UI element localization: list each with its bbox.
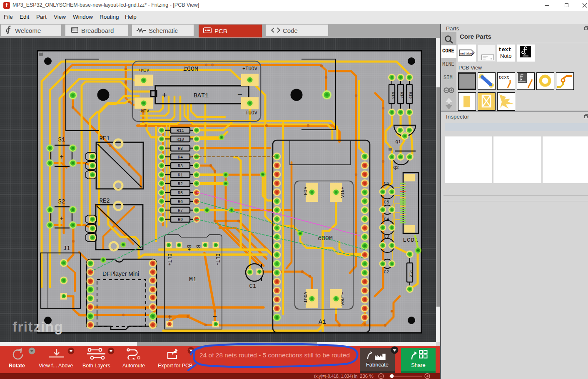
svg-text:R8: R8: [178, 146, 183, 151]
svg-text:OUT-: OUT-: [214, 254, 220, 266]
svg-text:R12: R12: [409, 270, 413, 277]
svg-text:R13: R13: [391, 92, 395, 99]
svg-text:MOD5: MOD5: [318, 235, 333, 242]
svg-text:C5: C5: [384, 200, 389, 205]
svg-text:VIN+: VIN+: [138, 68, 149, 73]
svg-text:C6: C6: [384, 181, 389, 186]
svg-text:C4: C4: [384, 217, 389, 222]
svg-text:fritzing: fritzing: [12, 319, 63, 334]
svg-text:B+: B+: [186, 245, 192, 251]
svg-text:R4: R4: [178, 155, 183, 160]
svg-text:C3: C3: [384, 234, 389, 239]
svg-text:R5: R5: [178, 191, 183, 196]
svg-text:J1: J1: [63, 245, 70, 252]
svg-text:Q2: Q2: [393, 165, 399, 170]
svg-text:BAT1: BAT1: [194, 92, 209, 99]
svg-text:C2: C2: [384, 270, 389, 275]
svg-text:R2: R2: [178, 182, 183, 186]
svg-text:-TUOV: -TUOV: [242, 110, 258, 116]
svg-text:−: −: [213, 312, 217, 321]
svg-text:MOD1: MOD1: [183, 66, 198, 73]
svg-text:A1: A1: [319, 319, 326, 326]
svg-text:RE1: RE1: [99, 135, 110, 142]
svg-text:S1: S1: [58, 136, 65, 143]
svg-text:+: +: [60, 215, 64, 223]
svg-text:R14: R14: [399, 92, 404, 99]
svg-text:+: +: [168, 313, 172, 322]
svg-text:VOUT+: VOUT+: [340, 292, 345, 305]
svg-text:R11: R11: [177, 129, 184, 133]
svg-text:+: +: [60, 154, 64, 161]
svg-text:R7: R7: [178, 208, 183, 213]
svg-text:VIN-: VIN-: [303, 187, 308, 198]
svg-text:+: +: [162, 91, 167, 101]
svg-text:net label: net label: [460, 52, 473, 55]
svg-text:+TUOV: +TUOV: [242, 66, 258, 72]
svg-text:text: text: [498, 75, 509, 80]
svg-text:RE2: RE2: [99, 198, 110, 204]
svg-text:S2: S2: [58, 198, 65, 205]
svg-text:OUT+: OUT+: [166, 254, 172, 266]
svg-text:R3: R3: [178, 164, 183, 168]
svg-text:C1: C1: [249, 283, 257, 290]
svg-text:R10: R10: [177, 137, 184, 142]
svg-text:DFPlayer Mini: DFPlayer Mini: [102, 270, 139, 277]
svg-text:R15: R15: [408, 92, 412, 99]
svg-text:R6: R6: [178, 200, 183, 204]
svg-text:R9: R9: [178, 218, 183, 222]
svg-text:VIN−: VIN−: [138, 109, 149, 114]
svg-text:B-: B-: [195, 245, 201, 251]
svg-text:VIN+: VIN+: [340, 187, 345, 198]
svg-text:M1: M1: [189, 276, 197, 283]
svg-text:R1: R1: [178, 173, 183, 178]
svg-text:VOUT-: VOUT-: [303, 292, 308, 305]
svg-text:Q1: Q1: [395, 139, 401, 144]
